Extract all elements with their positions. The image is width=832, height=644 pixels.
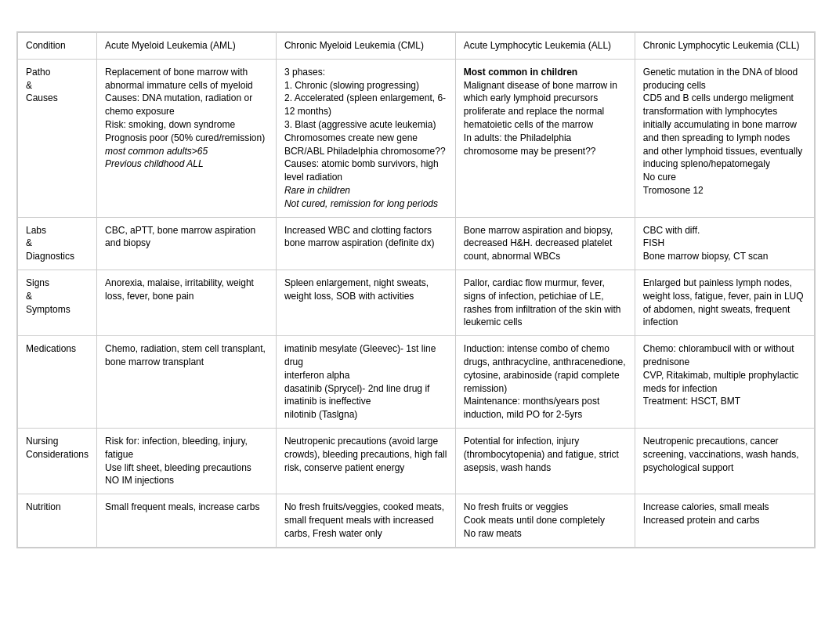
- cell-labs-cll: CBC with diff.FISHBone marrow biopsy, CT…: [635, 217, 814, 270]
- header-row: Condition Acute Myeloid Leukemia (AML) C…: [18, 33, 815, 60]
- cell-nutrition-all: No fresh fruits or veggies Cook meats un…: [455, 494, 635, 547]
- table-row-nutrition: Nutrition Small frequent meals, increase…: [18, 494, 815, 547]
- row-label-patho: Patho&Causes: [18, 59, 97, 217]
- cell-labs-aml: CBC, aPTT, bone marrow aspiration and bi…: [97, 217, 277, 270]
- row-label-nursing: NursingConsiderations: [18, 428, 97, 494]
- leukemia-comparison-table: Condition Acute Myeloid Leukemia (AML) C…: [16, 31, 816, 548]
- cell-patho-all: Most common in children Malignant diseas…: [455, 59, 635, 217]
- table-row-patho: Patho&Causes Replacement of bone marrow …: [18, 59, 815, 217]
- table-row-nursing: NursingConsiderations Risk for: infectio…: [18, 428, 815, 494]
- header-col4: Acute Lymphocytic Leukemia (ALL): [455, 33, 635, 60]
- cell-nursing-all: Potential for infection, injury (thrombo…: [455, 428, 635, 494]
- row-label-nutrition: Nutrition: [18, 494, 97, 547]
- cell-meds-cll: Chemo: chlorambucil with or without pred…: [635, 336, 814, 429]
- cell-nutrition-aml: Small frequent meals, increase carbs: [97, 494, 277, 547]
- cell-labs-all: Bone marrow aspiration and biopsy, decre…: [455, 217, 635, 270]
- cell-labs-cml: Increased WBC and clotting factorsbone m…: [276, 217, 455, 270]
- table-row-labs: Labs&Diagnostics CBC, aPTT, bone marrow …: [18, 217, 815, 270]
- cell-patho-aml: Replacement of bone marrow with abnormal…: [97, 59, 277, 217]
- cell-signs-cll: Enlarged but painless lymph nodes, weigh…: [635, 270, 814, 335]
- cell-nutrition-cll: Increase calories, small mealsIncreased …: [635, 494, 814, 547]
- header-col5: Chronic Lymphocytic Leukemia (CLL): [635, 33, 814, 60]
- header-col3: Chronic Myeloid Leukemia (CML): [276, 33, 455, 60]
- cell-nutrition-cml: No fresh fruits/veggies, cooked meats, s…: [276, 494, 455, 547]
- cell-nursing-aml: Risk for: infection, bleeding, injury, f…: [97, 428, 277, 494]
- cell-signs-aml: Anorexia, malaise, irritability, weight …: [97, 270, 277, 335]
- cell-meds-cml: imatinib mesylate (Gleevec)- 1st line dr…: [276, 336, 455, 429]
- cell-patho-cll: Genetic mutation in the DNA of blood pro…: [635, 59, 814, 217]
- row-label-labs: Labs&Diagnostics: [18, 217, 97, 270]
- cell-meds-aml: Chemo, radiation, stem cell transplant, …: [97, 336, 277, 429]
- cell-nursing-cml: Neutropenic precautions (avoid large cro…: [276, 428, 455, 494]
- header-col1: Condition: [18, 33, 97, 60]
- row-label-medications: Medications: [18, 336, 97, 429]
- cell-signs-all: Pallor, cardiac flow murmur, fever, sign…: [455, 270, 635, 335]
- cell-patho-cml: 3 phases: 1. Chronic (slowing progressin…: [276, 59, 455, 217]
- table-row-signs: Signs&Symptoms Anorexia, malaise, irrita…: [18, 270, 815, 335]
- cell-nursing-cll: Neutropenic precautions, cancer screenin…: [635, 428, 814, 494]
- header-col2: Acute Myeloid Leukemia (AML): [97, 33, 277, 60]
- cell-meds-all: Induction: intense combo of chemo drugs,…: [455, 336, 635, 429]
- cell-signs-cml: Spleen enlargement, night sweats, weight…: [276, 270, 455, 335]
- table-row-medications: Medications Chemo, radiation, stem cell …: [18, 336, 815, 429]
- row-label-signs: Signs&Symptoms: [18, 270, 97, 335]
